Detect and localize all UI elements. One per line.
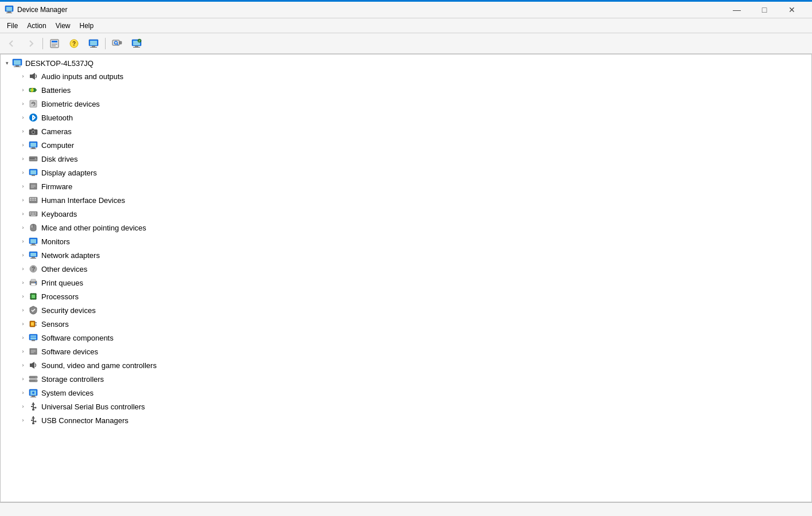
- svg-rect-132: [31, 420, 32, 421]
- tree-item-disk[interactable]: › Disk drives: [1, 152, 811, 166]
- window-title: Device Manager: [17, 6, 67, 14]
- tree-item-security[interactable]: › Security devices: [1, 303, 811, 317]
- tree-item-system[interactable]: › System devices: [1, 386, 811, 400]
- item-chevron-usbconn: ›: [19, 416, 27, 424]
- tree-item-usbconn[interactable]: › USB Connector Managers: [1, 413, 811, 427]
- svg-rect-21: [133, 47, 140, 48]
- svg-rect-83: [31, 283, 36, 286]
- tree-item-bluetooth[interactable]: › Bluetooth: [1, 111, 811, 124]
- svg-point-45: [35, 158, 37, 160]
- svg-rect-2: [7, 11, 11, 13]
- tree-item-monitors[interactable]: › Monitors: [1, 234, 811, 248]
- menu-view[interactable]: View: [51, 21, 75, 31]
- properties-button[interactable]: [45, 36, 64, 52]
- tree-root[interactable]: ▾ DESKTOP-4L537JQ: [1, 57, 811, 69]
- menu-action[interactable]: Action: [22, 21, 50, 31]
- forward-button[interactable]: [22, 36, 40, 52]
- tree-item-batteries[interactable]: › Batteries: [1, 83, 811, 97]
- item-icon-other: ?: [28, 264, 38, 274]
- tree-item-other[interactable]: › ? Other devices: [1, 262, 811, 276]
- svg-rect-68: [31, 215, 36, 216]
- menu-file[interactable]: File: [2, 21, 22, 31]
- tree-item-network[interactable]: › Network adapters: [1, 248, 811, 262]
- item-icon-hid: [28, 195, 38, 205]
- tree-item-softwaredev[interactable]: › Software devices: [1, 345, 811, 358]
- svg-rect-33: [30, 100, 37, 107]
- svg-rect-47: [30, 170, 36, 174]
- tree-item-softwarecomp[interactable]: › Software components: [1, 331, 811, 345]
- svg-point-84: [35, 282, 36, 283]
- svg-rect-61: [30, 212, 31, 213]
- svg-rect-62: [32, 212, 33, 213]
- item-label-system: System devices: [41, 389, 94, 397]
- tree-item-storage[interactable]: › Storage controllers: [1, 372, 811, 386]
- window-controls: — □ ✕: [724, 2, 805, 18]
- device-manager-button[interactable]: [84, 36, 103, 52]
- tree-item-cameras[interactable]: › Cameras: [1, 124, 811, 138]
- tree-item-firmware[interactable]: › Firmware: [1, 179, 811, 193]
- item-icon-softwaredev: [28, 346, 38, 357]
- tree-item-sound[interactable]: › Sound, video and game controllers: [1, 358, 811, 372]
- item-icon-usb: [28, 401, 38, 412]
- tree-item-computer[interactable]: › Computer: [1, 138, 811, 152]
- scan-button[interactable]: [108, 36, 126, 52]
- svg-point-116: [36, 380, 37, 381]
- help-button[interactable]: ?: [65, 36, 83, 52]
- tree-item-mice[interactable]: › Mice and other pointing devices: [1, 221, 811, 234]
- item-label-mice: Mice and other pointing devices: [41, 224, 146, 232]
- item-chevron-audio: ›: [19, 72, 27, 80]
- tree-item-print[interactable]: › Print queues: [1, 276, 811, 290]
- svg-text:✓: ✓: [138, 39, 141, 42]
- menu-bar: File Action View Help: [0, 18, 812, 33]
- menu-help[interactable]: Help: [75, 21, 99, 31]
- tree-item-biometric[interactable]: › Biometric devices: [1, 97, 811, 111]
- svg-rect-65: [30, 214, 31, 215]
- svg-rect-111: [30, 363, 32, 367]
- title-bar: Device Manager — □ ✕: [0, 0, 812, 18]
- main-content-area: ▾ DESKTOP-4L537JQ › Audio inputs and out…: [0, 54, 812, 502]
- back-button[interactable]: [2, 36, 21, 52]
- tree-item-audio[interactable]: › Audio inputs and outputs: [1, 69, 811, 83]
- svg-rect-78: [30, 258, 36, 259]
- svg-rect-135: [32, 423, 34, 424]
- svg-point-127: [35, 407, 37, 409]
- item-label-computer: Computer: [41, 141, 74, 150]
- tree-item-hid[interactable]: › Human Interface Devices: [1, 193, 811, 207]
- item-chevron-disk: ›: [19, 155, 27, 163]
- item-chevron-display: ›: [19, 169, 27, 177]
- item-chevron-hid: ›: [19, 196, 27, 204]
- svg-text:?: ?: [72, 41, 76, 47]
- item-label-disk: Disk drives: [41, 155, 78, 163]
- item-icon-security: [28, 305, 38, 315]
- item-chevron-print: ›: [19, 279, 27, 287]
- network-button[interactable]: ✓: [127, 36, 146, 52]
- item-chevron-firmware: ›: [19, 182, 27, 190]
- item-icon-storage: [28, 374, 38, 384]
- item-label-batteries: Batteries: [41, 86, 71, 95]
- item-icon-bluetooth: [28, 112, 38, 123]
- tree-item-usb[interactable]: › Universal Serial Bus controllers: [1, 400, 811, 413]
- item-label-security: Security devices: [41, 306, 96, 315]
- item-icon-computer: [28, 140, 38, 150]
- svg-rect-64: [35, 212, 36, 213]
- item-icon-network: [28, 250, 38, 260]
- svg-rect-1: [6, 7, 12, 11]
- svg-rect-41: [32, 147, 35, 148]
- tree-item-display[interactable]: › Display adapters: [1, 166, 811, 179]
- item-label-keyboards: Keyboards: [41, 210, 77, 218]
- svg-rect-67: [35, 214, 36, 215]
- close-button[interactable]: ✕: [779, 2, 805, 18]
- svg-point-134: [35, 421, 37, 423]
- svg-rect-3: [6, 13, 12, 13]
- maximize-button[interactable]: □: [751, 2, 778, 18]
- item-icon-biometric: [28, 99, 38, 109]
- tree-item-processors[interactable]: › Processors: [1, 290, 811, 303]
- svg-rect-55: [32, 198, 34, 199]
- tree-item-sensors[interactable]: › Sensors: [1, 317, 811, 331]
- item-chevron-softwarecomp: ›: [19, 334, 27, 342]
- svg-rect-105: [32, 340, 35, 341]
- tree-item-keyboards[interactable]: › Keyboards: [1, 207, 811, 221]
- svg-marker-123: [32, 402, 35, 405]
- item-chevron-processors: ›: [19, 292, 27, 300]
- minimize-button[interactable]: —: [724, 2, 750, 18]
